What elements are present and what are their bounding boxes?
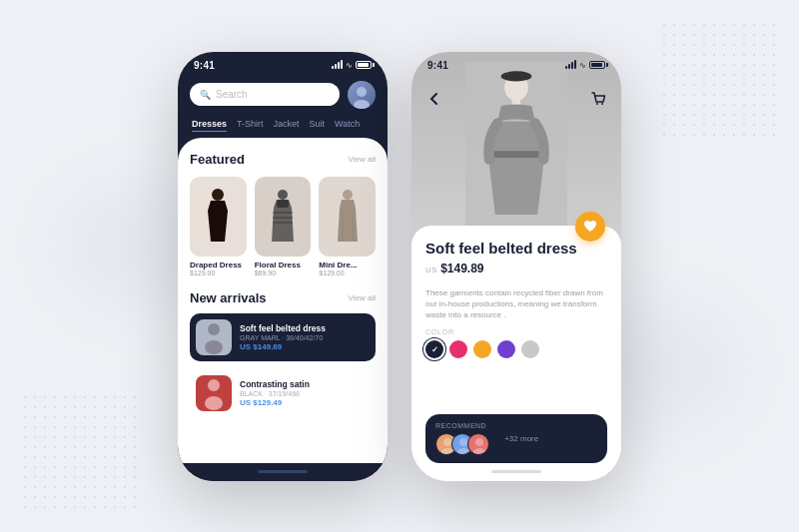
swatch-pink[interactable] bbox=[449, 340, 467, 358]
phone-right-content: 9:41 ∿ bbox=[411, 52, 621, 481]
signal-icon-right bbox=[565, 61, 576, 69]
product-details: Soft feel belted dress US $149.89 These … bbox=[411, 226, 621, 463]
arrival-info-1: Soft feel belted dress GRAY MARL · 38/40… bbox=[240, 323, 370, 351]
svg-point-14 bbox=[205, 340, 223, 354]
arrival-name-1: Soft feel belted dress bbox=[240, 323, 370, 333]
arrival-item-1[interactable]: Soft feel belted dress GRAY MARL · 38/40… bbox=[190, 313, 376, 361]
decorative-dots-top bbox=[659, 20, 779, 140]
back-button[interactable] bbox=[423, 88, 445, 110]
product-name: Soft feel belted dress bbox=[425, 240, 607, 258]
featured-card-img-1 bbox=[190, 177, 247, 257]
price-container: US $149.89 bbox=[425, 262, 607, 281]
swatch-orange[interactable] bbox=[473, 340, 491, 358]
favorite-button[interactable] bbox=[575, 212, 605, 242]
new-arrivals-view-all[interactable]: View all bbox=[349, 293, 376, 302]
search-placeholder: Search bbox=[216, 89, 248, 100]
recommend-info: RECOMMEND bbox=[435, 422, 486, 455]
svg-rect-7 bbox=[273, 217, 293, 219]
battery-icon-right bbox=[589, 61, 605, 69]
svg-point-0 bbox=[357, 87, 367, 97]
user-avatar[interactable] bbox=[348, 81, 376, 109]
category-watch[interactable]: Watch bbox=[335, 119, 360, 132]
swatch-dark[interactable]: ✓ bbox=[425, 340, 443, 358]
status-icons-left: ∿ bbox=[332, 61, 372, 70]
recommend-avatars bbox=[435, 433, 486, 455]
featured-card-img-3 bbox=[319, 177, 376, 257]
svg-point-24 bbox=[443, 438, 451, 446]
status-bar-right: 9:41 ∿ bbox=[411, 52, 621, 75]
status-bar-left: 9:41 ∿ bbox=[178, 52, 388, 75]
featured-price-1: $129.00 bbox=[190, 269, 247, 276]
time-left: 9:41 bbox=[194, 60, 215, 71]
new-arrivals-header: New arrivals View all bbox=[190, 290, 376, 305]
swatch-purple[interactable] bbox=[497, 340, 515, 358]
time-right: 9:41 bbox=[427, 60, 448, 71]
featured-price-3: $129.00 bbox=[319, 269, 376, 276]
arrival-info-2: Contrasting satin BLACK · 37/19/468 US $… bbox=[240, 379, 370, 407]
arrival-thumb-1 bbox=[196, 319, 232, 355]
home-bar-left bbox=[258, 470, 308, 473]
svg-rect-8 bbox=[273, 222, 293, 224]
more-count: +32 more bbox=[504, 434, 538, 443]
featured-price-2: $69.90 bbox=[255, 269, 312, 276]
category-suit[interactable]: Suit bbox=[310, 119, 326, 132]
arrival-item-2[interactable]: Contrasting satin BLACK · 37/19/468 US $… bbox=[190, 369, 376, 417]
search-bar[interactable]: 🔍 Search bbox=[190, 83, 340, 106]
svg-point-22 bbox=[596, 103, 598, 105]
swatch-gray[interactable] bbox=[521, 340, 539, 358]
svg-point-26 bbox=[459, 438, 467, 446]
cart-button[interactable] bbox=[587, 88, 609, 110]
phone-browse: 9:41 ∿ 🔍 Se bbox=[178, 52, 388, 481]
featured-card-2[interactable]: Floral Dress $69.90 bbox=[255, 177, 312, 276]
search-icon: 🔍 bbox=[200, 90, 211, 100]
svg-point-13 bbox=[208, 323, 220, 335]
svg-point-9 bbox=[343, 190, 353, 200]
featured-name-3: Mini Dre... bbox=[319, 261, 376, 269]
phones-container: 9:41 ∿ 🔍 Se bbox=[178, 52, 621, 481]
featured-card-3[interactable]: Mini Dre... $129.00 bbox=[319, 177, 376, 276]
svg-rect-20 bbox=[492, 151, 540, 158]
featured-card-1[interactable]: Draped Dress $129.00 bbox=[190, 177, 247, 276]
svg-point-29 bbox=[473, 448, 485, 455]
svg-point-15 bbox=[208, 379, 220, 391]
featured-name-2: Floral Dress bbox=[255, 261, 312, 269]
featured-title: Featured bbox=[190, 152, 245, 167]
status-icons-right: ∿ bbox=[565, 61, 605, 70]
new-arrivals-title: New arrivals bbox=[190, 290, 267, 305]
rec-avatar-3 bbox=[467, 433, 489, 455]
content-area: Featured View all Draped Dress bbox=[178, 138, 388, 463]
svg-point-23 bbox=[601, 103, 603, 105]
wifi-icon-right: ∿ bbox=[579, 61, 586, 70]
featured-cards: Draped Dress $129.00 bbox=[190, 177, 376, 276]
wifi-icon: ∿ bbox=[346, 61, 353, 70]
battery-icon bbox=[356, 61, 372, 69]
arrival-name-2: Contrasting satin bbox=[240, 379, 370, 389]
phone-left-content: 9:41 ∿ 🔍 Se bbox=[178, 52, 388, 481]
color-label: COLOR bbox=[425, 328, 607, 335]
featured-name-1: Draped Dress bbox=[190, 261, 247, 269]
category-tabs: Dresses T-Shirt Jacket Suit Watch bbox=[178, 115, 388, 138]
search-container: 🔍 Search bbox=[178, 75, 388, 115]
arrival-thumb-2 bbox=[196, 375, 232, 411]
phone-detail: 9:41 ∿ bbox=[411, 52, 621, 481]
arrival-sku-1: GRAY MARL · 38/40/42/70 bbox=[240, 334, 370, 341]
arrival-sku-2: BLACK · 37/19/468 bbox=[240, 390, 370, 397]
category-tshirt[interactable]: T-Shirt bbox=[237, 119, 264, 132]
price-label: US bbox=[425, 266, 437, 274]
category-dresses[interactable]: Dresses bbox=[192, 119, 227, 132]
svg-point-1 bbox=[354, 100, 370, 109]
svg-point-16 bbox=[205, 396, 223, 410]
home-indicator-right bbox=[411, 463, 621, 481]
recommend-section: RECOMMEND bbox=[425, 414, 607, 463]
featured-header: Featured View all bbox=[190, 152, 376, 167]
signal-icon bbox=[332, 61, 343, 69]
home-bar-right bbox=[491, 470, 541, 473]
decorative-dots-bottom bbox=[20, 392, 140, 512]
svg-rect-6 bbox=[273, 212, 293, 214]
home-indicator-left bbox=[178, 463, 388, 481]
featured-view-all[interactable]: View all bbox=[349, 155, 376, 164]
product-price: $149.89 bbox=[440, 262, 483, 275]
category-jacket[interactable]: Jacket bbox=[274, 119, 300, 132]
arrival-price-2: US $129.49 bbox=[240, 398, 370, 407]
recommend-label: RECOMMEND bbox=[435, 422, 486, 429]
